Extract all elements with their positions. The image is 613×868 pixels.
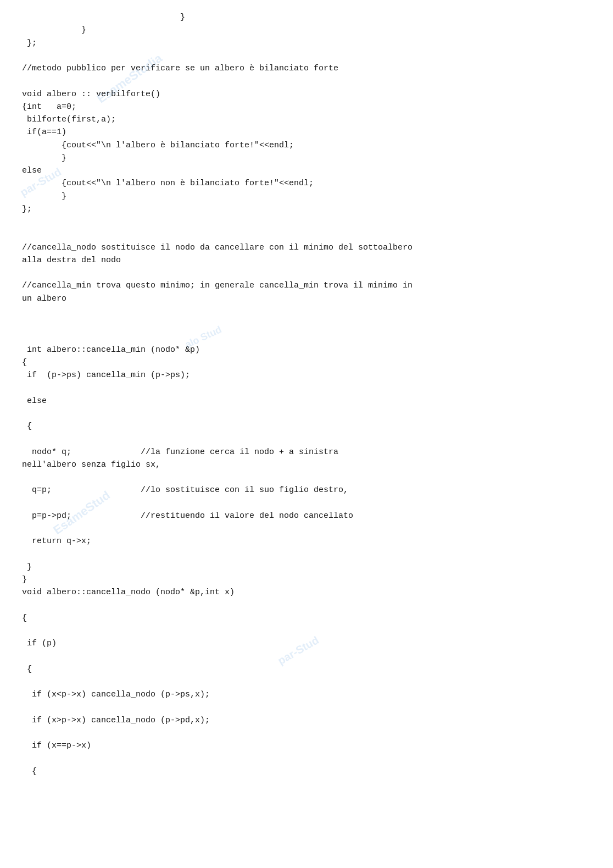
comment-pubblico: //metodo pubblico per verificare se un a… — [22, 64, 338, 73]
comment-cancella-nodo-1: //cancella_nodo sostituisce il nodo da c… — [22, 243, 413, 265]
cancella-min-function: int albero::cancella_min (nodo* &p) { if… — [22, 345, 353, 776]
code-content: } } }; //metodo pubblico per verificare … — [22, 11, 591, 778]
comment-cancella-min-1: //cancella_min trova questo minimo; in g… — [22, 281, 413, 303]
closing-braces: } } }; — [22, 13, 185, 48]
verbilforte-declaration: void albero :: verbilforte() {int a=0; b… — [22, 90, 314, 214]
